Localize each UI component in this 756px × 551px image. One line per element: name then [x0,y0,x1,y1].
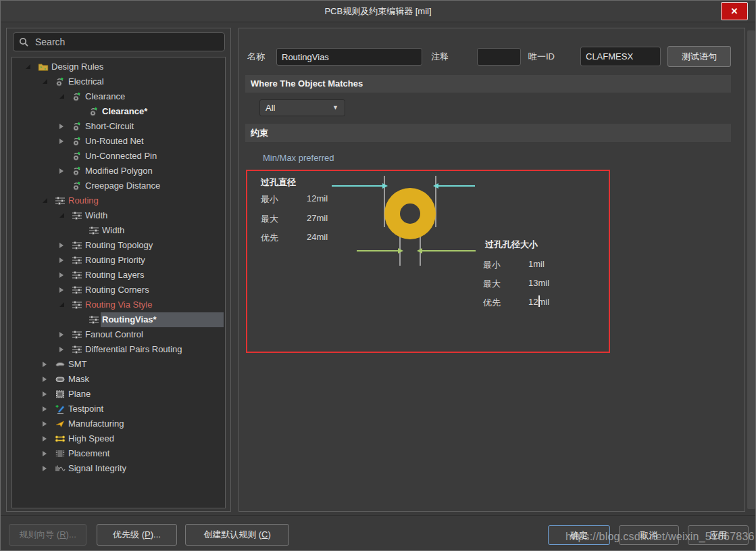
hole-size-min-label: 最小 [483,259,501,271]
collapse-arrow-icon[interactable] [43,79,47,84]
via-diameter-max-value[interactable]: 27mil [307,213,328,223]
expand-arrow-icon[interactable] [43,421,47,427]
expand-arrow-icon[interactable] [59,124,64,129]
button-label: )... [151,529,161,540]
expand-arrow-icon[interactable] [59,272,64,278]
electrical-rule-icon [89,106,99,117]
expand-arrow-icon[interactable] [43,436,47,441]
where-object-matches-header: Where The Object Matches [245,75,731,93]
routing-rule-icon [72,240,82,251]
expand-arrow-icon[interactable] [59,332,64,337]
tree-item-electrical[interactable]: Electrical [12,74,225,89]
cancel-button[interactable]: 取消 [619,525,679,545]
tree-item-creepage-distance[interactable]: Creepage Distance [12,178,225,193]
hole-size-preferred-label: 优先 [483,297,501,309]
tree-item-modified-polygon[interactable]: Modified Polygon [12,164,225,178]
tree-item-clearance[interactable]: Clearance* [12,104,225,119]
via-diameter-max-label: 最大 [261,213,278,225]
routing-rule-icon [72,300,82,310]
close-button[interactable]: ✕ [721,2,748,20]
expand-arrow-icon[interactable] [59,347,64,352]
tree-item-label: Design Rules [51,59,103,74]
collapse-arrow-icon[interactable] [59,302,64,307]
expand-arrow-icon[interactable] [59,243,64,248]
tree-item-label: Differential Pairs Routing [85,342,182,357]
tree-item-testpoint[interactable]: Testpoint [12,402,225,416]
tree-item-design-rules[interactable]: Design Rules [12,59,225,74]
tree-item-high-speed[interactable]: High Speed [12,431,225,446]
button-label: P [145,529,151,540]
tree-item-un-routed-net[interactable]: Un-Routed Net [12,134,225,149]
test-query-button[interactable]: 测试语句 [667,46,731,67]
electrical-rule-icon [72,91,82,102]
design-rules-icon [38,62,49,72]
footer-button[interactable]: 优先级 (P)... [97,524,177,546]
tree-item-routing-corners[interactable]: Routing Corners [12,283,225,297]
hole-size-min-value[interactable]: 1mil [528,259,545,269]
name-input[interactable] [276,48,422,66]
collapse-arrow-icon[interactable] [26,64,30,69]
button-label: 优先级 ( [113,529,145,540]
apply-button[interactable]: 应用 [688,525,749,545]
unique-id-input[interactable] [580,47,661,66]
ok-button[interactable]: 确定 [548,525,610,545]
tree-item-label: Clearance* [102,104,147,119]
tree-item-un-connected-pin[interactable]: Un-Connected Pin [12,149,225,164]
footer-divider [1,515,755,516]
routing-rule-icon [72,344,82,355]
footer-button[interactable]: 创建默认规则 (C) [185,524,289,546]
tree-item-signal-integrity[interactable]: Signal Integrity [12,461,225,476]
search-input[interactable] [34,34,222,50]
tree-item-width[interactable]: Width [12,208,225,223]
tree-item-manufacturing[interactable]: Manufacturing [12,416,225,431]
signal-integrity-icon [55,463,66,474]
tree-item-routing-via-style[interactable]: Routing Via Style [12,297,225,312]
tree-item-routing-priority[interactable]: Routing Priority [12,253,225,268]
manufacturing-icon [55,418,66,429]
expand-arrow-icon[interactable] [59,258,64,263]
tree-item-label: RoutingVias* [101,312,224,327]
expand-arrow-icon[interactable] [59,287,64,293]
electrical-rule-icon [72,151,82,162]
tree-item-label: Electrical [68,74,104,89]
tree-item-differential-pairs-routing[interactable]: Differential Pairs Routing [12,342,225,357]
expand-arrow-icon[interactable] [43,406,47,412]
collapse-arrow-icon[interactable] [43,198,47,203]
collapse-arrow-icon[interactable] [59,94,64,99]
tree-item-fanout-control[interactable]: Fanout Control [12,327,225,342]
expand-arrow-icon[interactable] [43,362,47,367]
tree-item-mask[interactable]: Mask [12,372,225,387]
tree-item-width[interactable]: Width [12,223,225,238]
expand-arrow-icon[interactable] [59,168,64,174]
button-label: ) [268,529,271,540]
collapse-arrow-icon[interactable] [59,213,64,218]
tree-item-short-circuit[interactable]: Short-Circuit [12,119,225,134]
tree-item-smt[interactable]: SMT [12,357,225,372]
via-diameter-preferred-label: 优先 [261,232,278,244]
dialog-title: PCB规则及约束编辑器 [mil] [1,1,755,22]
expand-arrow-icon[interactable] [43,451,47,456]
tree-item-label: Fanout Control [85,327,143,342]
tree-item-routing[interactable]: Routing [12,193,225,208]
via-diameter-min-value[interactable]: 12mil [307,193,328,203]
hole-size-max-value[interactable]: 13mil [528,278,549,288]
routing-rule-icon [89,225,99,236]
expand-arrow-icon[interactable] [43,377,47,382]
testpoint-icon [55,404,66,414]
expand-arrow-icon[interactable] [43,466,47,471]
scope-dropdown[interactable]: All ▼ [259,99,345,116]
expand-arrow-icon[interactable] [43,391,47,397]
routing-rule-icon [72,285,82,295]
tree-item-placement[interactable]: Placement [12,446,225,461]
routing-rule-icon [72,270,82,281]
via-diameter-preferred-value[interactable]: 24mil [307,232,328,242]
tree-item-label: Clearance [85,89,125,104]
tree-item-routing-topology[interactable]: Routing Topology [12,238,225,253]
tree-item-clearance[interactable]: Clearance [12,89,225,104]
expand-arrow-icon[interactable] [59,139,64,144]
tree-item-plane[interactable]: Plane [12,387,225,402]
comment-input[interactable] [477,48,521,66]
vertical-scrollbar[interactable] [747,30,755,509]
tree-item-routing-layers[interactable]: Routing Layers [12,268,225,283]
tree-item-routingvias[interactable]: RoutingVias* [12,312,225,327]
